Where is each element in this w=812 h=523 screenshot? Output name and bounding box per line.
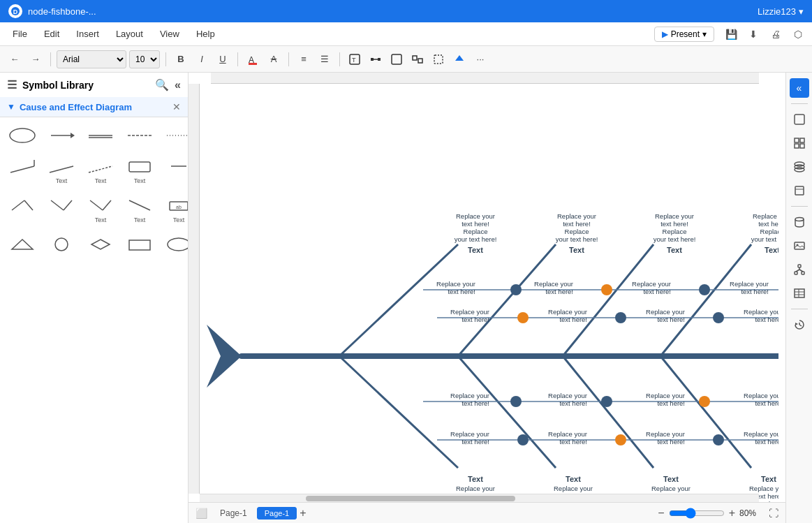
shape-dotted-line[interactable] (162, 123, 188, 148)
right-panel-layers-icon[interactable] (790, 157, 809, 177)
shape-diagonal1[interactable] (6, 193, 39, 226)
svg-text:Replace your: Replace your (749, 485, 778, 492)
more-options-button[interactable]: ··· (471, 50, 489, 68)
menu-layout[interactable]: Layout (109, 26, 150, 42)
svg-rect-164 (795, 186, 804, 195)
svg-text:Replace your: Replace your (548, 308, 587, 316)
horizontal-scrollbar[interactable] (200, 494, 759, 502)
svg-text:Text: Text (566, 475, 581, 483)
svg-rect-170 (795, 272, 797, 274)
shape-angle-line[interactable] (6, 154, 39, 187)
zoom-slider[interactable] (669, 508, 725, 519)
user-menu[interactable]: Lizzie123 ▾ (758, 6, 804, 17)
bold-button[interactable]: B (172, 50, 190, 68)
fullscreen-icon[interactable]: ⛶ (769, 508, 778, 519)
shape-arrow-line[interactable] (45, 123, 78, 148)
right-panel-org-icon[interactable] (790, 260, 809, 279)
font-family-select[interactable]: Arial (57, 50, 126, 68)
zoom-level-display[interactable]: 80% (739, 508, 765, 518)
save-icon[interactable]: 💾 (723, 26, 739, 43)
share-icon[interactable]: ⬡ (790, 26, 806, 43)
shape-rectangle[interactable] (123, 232, 156, 257)
menu-view[interactable]: View (153, 26, 186, 42)
shape-text-label4[interactable]: Text (84, 193, 117, 226)
shape-oval2[interactable] (162, 232, 188, 257)
right-panel-frame-icon[interactable] (790, 181, 809, 200)
redo-button[interactable]: → (27, 50, 45, 68)
svg-text:Replace your: Replace your (450, 392, 489, 399)
zoom-minus-button[interactable]: − (658, 507, 664, 520)
right-panel-database-icon[interactable] (790, 212, 809, 232)
list-button[interactable]: ☰ (316, 50, 334, 68)
right-panel-grid-icon[interactable] (790, 133, 809, 153)
strikethrough-button[interactable]: A (265, 50, 283, 68)
page-tab-indicator[interactable]: Page-1 (213, 507, 254, 520)
svg-line-30 (103, 200, 111, 210)
arrange-button[interactable] (408, 50, 427, 68)
zoom-plus-button[interactable]: + (729, 507, 735, 520)
svg-line-48 (339, 356, 458, 468)
right-panel-collapse-icon[interactable]: « (790, 78, 809, 98)
page-tab-active[interactable]: Page-1 (257, 507, 297, 520)
menu-help[interactable]: Help (189, 26, 222, 42)
shape-text-label6[interactable]: ab Text (162, 193, 188, 226)
font-size-select[interactable]: 10 12 14 16 (129, 50, 160, 68)
menu-insert[interactable]: Insert (69, 26, 106, 42)
svg-point-77 (601, 396, 612, 407)
right-panel-shapes-icon[interactable] (790, 110, 809, 129)
svg-text:text here!: text here! (755, 316, 778, 323)
shape-circle[interactable] (45, 232, 78, 257)
canvas-inner[interactable]: Replace your text here! Replace your tex… (200, 84, 778, 502)
font-color-button[interactable]: A (244, 50, 262, 68)
shape-diagonal2[interactable] (45, 193, 78, 226)
shape-text-label5[interactable]: Text (123, 193, 156, 226)
svg-text:Replace: Replace (760, 228, 778, 235)
svg-text:Replace your: Replace your (450, 430, 489, 438)
svg-point-76 (510, 396, 522, 407)
svg-line-19 (10, 166, 34, 172)
library-header[interactable]: ▼ Cause and Effect Diagram ✕ (0, 97, 188, 117)
align-left-button[interactable]: ≡ (295, 50, 313, 68)
shape-label-text1: Text (56, 177, 68, 184)
connector-button[interactable] (367, 50, 385, 68)
svg-text:your text here!: your text here! (751, 235, 778, 243)
svg-line-45 (458, 244, 556, 356)
shape-dashed-line[interactable] (123, 123, 156, 148)
menu-file[interactable]: File (6, 26, 34, 42)
svg-text:text here!: text here! (559, 438, 587, 445)
shape-text-label2[interactable]: Text (84, 154, 117, 187)
group-button[interactable] (429, 50, 448, 68)
right-panel-image-icon[interactable] (790, 236, 809, 256)
svg-text:text here!: text here! (563, 220, 591, 228)
shape-triangle[interactable] (6, 232, 39, 257)
shape-line-short[interactable] (162, 154, 188, 187)
shape-rect-label[interactable]: Text (123, 154, 156, 187)
add-page-button[interactable]: + (300, 507, 306, 520)
shape-double-line[interactable] (84, 123, 117, 148)
shape-text-label1[interactable]: Text (45, 154, 78, 187)
print-icon[interactable]: 🖨 (767, 26, 784, 43)
svg-text:text here!: text here! (559, 399, 587, 407)
search-icon[interactable]: 🔍 (155, 78, 169, 91)
italic-button[interactable]: I (193, 50, 211, 68)
svg-text:Replace your: Replace your (744, 430, 778, 438)
scrollbar-thumb[interactable] (306, 496, 515, 501)
svg-text:text here!: text here! (462, 220, 489, 228)
text-tool-button[interactable]: T (346, 50, 364, 68)
app-title: node-fishbone-... (28, 6, 96, 17)
undo-button[interactable]: ← (6, 50, 24, 68)
shape-diamond[interactable] (84, 232, 117, 257)
download-icon[interactable]: ⬇ (745, 26, 762, 43)
right-panel-history-icon[interactable] (790, 315, 809, 334)
page-view-icon[interactable]: ⬜ (195, 508, 207, 519)
present-button[interactable]: ▶ Present ▾ (654, 27, 714, 42)
shape-oval[interactable] (6, 123, 39, 148)
shape-select-button[interactable] (387, 50, 406, 68)
menu-toggle-icon[interactable]: ☰ (7, 78, 17, 91)
underline-button[interactable]: U (214, 50, 232, 68)
collapse-icon[interactable]: « (175, 79, 181, 91)
right-panel-table-icon[interactable] (790, 283, 809, 303)
menu-edit[interactable]: Edit (37, 26, 66, 42)
fill-button[interactable] (450, 50, 468, 68)
library-close-icon[interactable]: ✕ (172, 101, 181, 112)
